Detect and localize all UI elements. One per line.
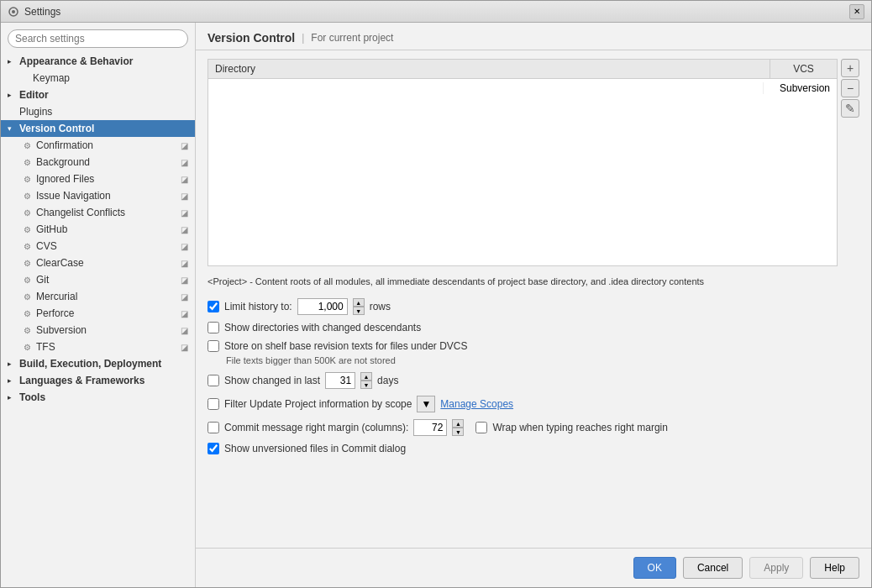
cancel-button[interactable]: Cancel [683,557,743,579]
limit-history-checkbox[interactable] [207,301,219,312]
sidebar-item-github[interactable]: ⚙GitHub◪ [1,221,195,238]
commit-margin-down[interactable]: ▼ [452,428,464,436]
sidebar-item-perforce[interactable]: ⚙Perforce◪ [1,305,195,322]
edit-vcs-button[interactable]: ✎ [841,99,859,118]
sidebar-label-mercurial: Mercurial [36,291,77,302]
store-shelf-container: Store on shelf base revision texts for f… [207,340,859,365]
limit-history-spinner: ▲ ▼ [353,298,365,315]
settings-window: Settings ✕ ▸Appearance & Behavior Keymap… [0,0,872,588]
sidebar-item-languages[interactable]: ▸Languages & Frameworks [1,372,195,389]
sidebar-item-git[interactable]: ⚙Git◪ [1,271,195,288]
sidebar-label-confirmation: Confirmation [36,139,93,151]
child-icon-clearcase: ◪ [181,259,188,268]
sidebar-label-version-control: Version Control [19,123,94,134]
close-button[interactable]: ✕ [849,4,864,19]
help-button[interactable]: Help [810,557,859,579]
ok-button[interactable]: OK [633,557,676,579]
table-empty-space [208,97,837,265]
scope-dropdown[interactable]: ▼ [417,396,435,412]
limit-history-label-before: Limit history to: [224,301,292,312]
sidebar-label-changelist-conflicts: Changelist Conflicts [36,207,125,218]
sidebar-item-tfs[interactable]: ⚙TFS◪ [1,339,195,355]
sidebar-item-clearcase[interactable]: ⚙ClearCase◪ [1,255,195,271]
add-vcs-button[interactable]: + [841,59,859,77]
filter-update-label: Filter Update Project information by sco… [224,398,412,410]
show-unversioned-row: Show unversioned files in Commit dialog [207,443,859,454]
tree-arrow-appearance: ▸ [8,57,16,66]
commit-margin-up[interactable]: ▲ [452,419,464,428]
store-shelf-checkbox[interactable] [207,340,219,352]
show-changed-checkbox[interactable] [207,375,219,386]
sidebar-item-appearance[interactable]: ▸Appearance & Behavior [1,53,195,70]
table-action-buttons: + − ✎ [841,59,859,266]
sidebar-label-tfs: TFS [36,341,55,353]
vcs-table-container: Directory VCS Subversion + − ✎ [207,59,859,266]
tree-child-icon-github: ⚙ [21,225,33,234]
page-subtitle: For current project [311,32,393,44]
tree-child-icon-background: ⚙ [21,158,33,167]
sidebar-item-build[interactable]: ▸Build, Execution, Deployment [1,355,195,372]
sidebar-label-subversion: Subversion [36,324,87,336]
sidebar-item-editor[interactable]: ▸Editor [1,87,195,103]
sidebar-label-build: Build, Execution, Deployment [19,358,161,370]
child-icon-ignored-files: ◪ [181,175,188,184]
tree-arrow-version-control: ▾ [8,124,16,133]
sidebar-item-background[interactable]: ⚙Background◪ [1,154,195,171]
commit-margin-input[interactable] [413,419,447,436]
manage-scopes-link[interactable]: Manage Scopes [440,398,513,410]
commit-margin-row: Commit message right margin (columns): ▲… [207,419,859,436]
sidebar-item-subversion[interactable]: ⚙Subversion◪ [1,322,195,339]
apply-button[interactable]: Apply [749,557,803,579]
show-changed-input[interactable] [325,372,355,389]
sidebar-item-keymap[interactable]: Keymap [1,70,195,87]
svg-point-1 [12,10,15,13]
remove-vcs-button[interactable]: − [841,79,859,97]
col-directory-header: Directory [208,60,770,78]
table-header: Directory VCS [208,60,837,79]
sidebar-item-cvs[interactable]: ⚙CVS◪ [1,238,195,255]
store-shelf-subtext: File texts bigger than 500K are not stor… [226,355,859,365]
sidebar-label-keymap: Keymap [33,72,70,84]
show-changed-down[interactable]: ▼ [360,381,372,389]
child-icon-issue-navigation: ◪ [181,192,188,201]
main-panel: Version Control | For current project Di… [196,23,871,587]
child-icon-subversion: ◪ [181,326,188,335]
content-area: ▸Appearance & Behavior Keymap▸Editor Plu… [1,23,871,587]
wrap-margin-checkbox[interactable] [475,422,487,433]
tree-arrow-editor: ▸ [8,91,16,99]
col-vcs-header: VCS [770,60,837,78]
scope-dropdown-arrow: ▼ [421,398,431,410]
window-title: Settings [24,6,60,18]
limit-history-input[interactable] [297,298,348,315]
sidebar-item-confirmation[interactable]: ⚙Confirmation◪ [1,137,195,154]
child-icon-background: ◪ [181,158,188,167]
limit-history-down[interactable]: ▼ [353,307,365,315]
sidebar-tree: ▸Appearance & Behavior Keymap▸Editor Plu… [1,53,195,406]
filter-update-checkbox[interactable] [207,398,219,410]
sidebar-label-clearcase: ClearCase [36,257,84,269]
sidebar-item-issue-navigation[interactable]: ⚙Issue Navigation◪ [1,187,195,204]
sidebar-label-appearance: Appearance & Behavior [19,55,133,67]
sidebar-item-tools[interactable]: ▸Tools [1,389,195,406]
vcs-table-wrapper: Directory VCS Subversion [207,59,838,266]
tree-child-icon-ignored-files: ⚙ [21,175,33,184]
commit-margin-checkbox[interactable] [207,422,219,433]
sidebar-item-changelist-conflicts[interactable]: ⚙Changelist Conflicts◪ [1,204,195,221]
table-row[interactable]: Subversion [208,79,837,97]
tree-arrow-build: ▸ [8,360,16,368]
show-directories-label: Show directories with changed descendant… [224,322,421,333]
sidebar-item-mercurial[interactable]: ⚙Mercurial◪ [1,288,195,305]
show-directories-checkbox[interactable] [207,322,219,333]
search-input[interactable] [8,29,188,48]
show-changed-up[interactable]: ▲ [360,372,372,381]
show-directories-row: Show directories with changed descendant… [207,322,859,333]
show-unversioned-checkbox[interactable] [207,443,219,454]
sidebar-item-version-control[interactable]: ▾Version Control [1,120,195,137]
sidebar-item-ignored-files[interactable]: ⚙Ignored Files◪ [1,171,195,187]
limit-history-up[interactable]: ▲ [353,298,365,307]
tree-child-icon-subversion: ⚙ [21,326,33,335]
info-text: <Project> - Content roots of all modules… [207,273,859,290]
tree-child-icon-perforce: ⚙ [21,309,33,318]
sidebar-item-plugins[interactable]: Plugins [1,103,195,120]
child-icon-tfs: ◪ [181,343,188,352]
